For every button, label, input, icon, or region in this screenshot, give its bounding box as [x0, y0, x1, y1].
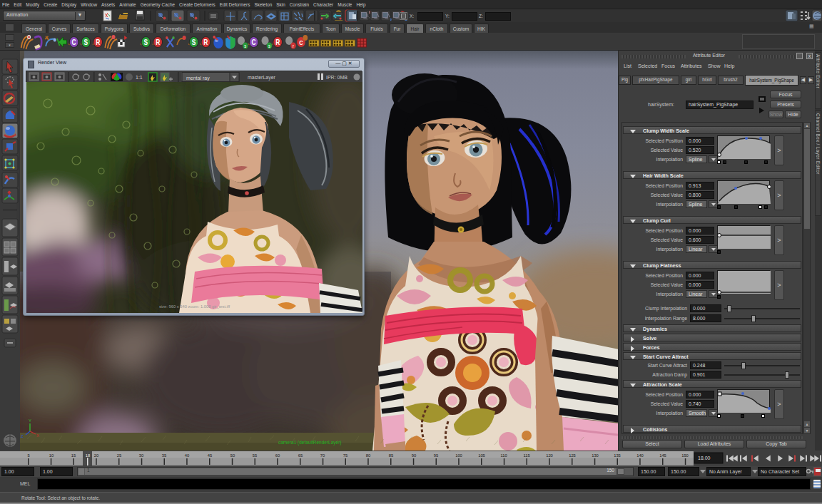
svg-text:10: 10 [49, 453, 54, 458]
svg-text:25: 25 [117, 453, 121, 458]
svg-text:80: 80 [366, 453, 370, 458]
svg-text:masterLayer: masterLayer [248, 75, 276, 81]
svg-text:s: s [244, 43, 246, 49]
svg-text:125: 125 [569, 453, 576, 458]
svg-text:130: 130 [592, 453, 599, 458]
svg-text:Y: Y [29, 418, 31, 423]
svg-text:S: S [192, 38, 196, 46]
svg-text:145: 145 [659, 453, 666, 458]
svg-text:40: 40 [185, 453, 189, 458]
svg-text:115: 115 [523, 453, 529, 458]
svg-text:140: 140 [636, 453, 644, 458]
svg-text:15: 15 [71, 453, 76, 458]
svg-text:55: 55 [253, 453, 257, 458]
svg-text:camera1 (defaultRenderLayer): camera1 (defaultRenderLayer) [278, 440, 342, 446]
svg-text:s: s [268, 43, 270, 49]
svg-text:S: S [84, 38, 88, 46]
svg-text:85: 85 [389, 453, 393, 458]
svg-text:100: 100 [455, 453, 462, 458]
svg-text:18: 18 [86, 453, 90, 458]
svg-text:1:1: 1:1 [136, 75, 143, 80]
svg-text:50: 50 [230, 453, 235, 458]
svg-text:20: 20 [94, 453, 98, 458]
svg-text:5: 5 [27, 453, 29, 458]
svg-text:150: 150 [681, 453, 689, 458]
svg-text:90: 90 [412, 453, 416, 458]
svg-text:30: 30 [139, 453, 143, 458]
svg-text:70: 70 [320, 453, 325, 458]
svg-text:120: 120 [546, 453, 553, 458]
svg-text:35: 35 [162, 453, 166, 458]
svg-text:45: 45 [208, 453, 212, 458]
svg-text:105: 105 [478, 453, 485, 458]
svg-text:R: R [203, 38, 208, 46]
svg-text:75: 75 [343, 453, 347, 458]
svg-text:95: 95 [434, 453, 438, 458]
svg-text:Z: Z [21, 434, 24, 438]
svg-text:60: 60 [275, 453, 280, 458]
svg-text:135: 135 [614, 453, 621, 458]
svg-text:S: S [144, 38, 148, 46]
svg-text:C: C [72, 38, 76, 46]
svg-text:R: R [156, 38, 160, 46]
svg-text:C: C [299, 38, 303, 46]
svg-text:110: 110 [500, 453, 507, 458]
svg-text:18.00: 18.00 [698, 456, 711, 461]
svg-text:IPR: 0MB: IPR: 0MB [326, 75, 347, 80]
svg-text:mental ray: mental ray [186, 76, 210, 81]
svg-text:65: 65 [298, 453, 303, 458]
svg-text:X: X [36, 433, 39, 438]
svg-text:R: R [96, 38, 100, 46]
svg-text:C: C [252, 38, 256, 46]
svg-text:R: R [275, 38, 280, 46]
